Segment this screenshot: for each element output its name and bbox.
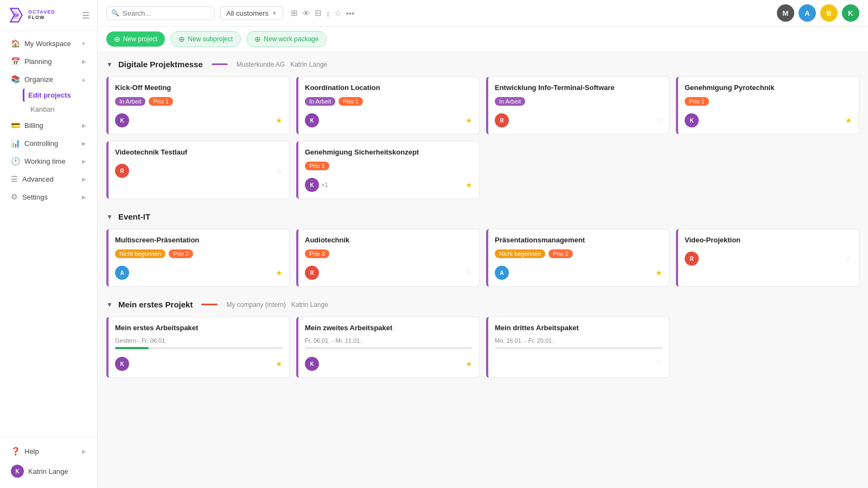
avatar: R <box>495 113 509 127</box>
billing-icon: 💳 <box>11 121 20 130</box>
search-input[interactable] <box>123 9 199 17</box>
card-avatar-group: K <box>115 113 129 127</box>
star-icon[interactable]: ★ <box>465 359 473 368</box>
more-icon[interactable]: ••• <box>346 9 354 18</box>
card-progress-bar <box>305 347 473 349</box>
star-icon[interactable]: ★ <box>845 116 852 125</box>
star-icon[interactable]: ☆ <box>465 268 473 277</box>
star-icon[interactable]: ☆ <box>655 357 662 365</box>
star-toolbar-icon[interactable]: ☆ <box>334 8 341 18</box>
project-card[interactable]: Mein drittes ArbeitspaketMo. 16.01. - Fr… <box>486 317 669 378</box>
project-card[interactable]: Kick-Off MeetingIn ArbeitPrio 1K★ <box>106 76 290 134</box>
project-card[interactable]: Genehmigung PyrotechnikPrio 1K★ <box>676 76 859 134</box>
sidebar-item-workingtime[interactable]: 🕐 Working time ▶ <box>3 152 94 170</box>
settings-icon: ⚙ <box>11 192 18 201</box>
plus-icon: ⊕ <box>114 35 120 43</box>
project-section-1: ▼Event-ITMultiscreen-PräsentationNicht b… <box>106 210 859 287</box>
card-badges: In Arbeit <box>495 97 662 106</box>
card-footer: A★ <box>115 266 283 280</box>
sidebar-item-editprojects[interactable]: Edit projects <box>23 88 94 102</box>
new-subproject-label: New subproject <box>188 35 233 43</box>
header-avatar-2[interactable]: A <box>799 4 816 22</box>
sidebar-label-myworkspace: My Workspace <box>24 40 71 48</box>
status-badge: In Arbeit <box>115 97 145 106</box>
hamburger-icon[interactable]: ☰ <box>82 10 90 21</box>
sidebar-item-help[interactable]: ❓ Help ▶ <box>3 442 94 460</box>
card-badges: In ArbeitPrio 1 <box>305 97 473 106</box>
sidebar-item-controlling[interactable]: 📊 Controlling ▶ <box>3 134 94 152</box>
header-avatar-3[interactable]: B <box>820 4 838 22</box>
sidebar-label-user: Katrin Lange <box>28 467 68 476</box>
header-avatar-1[interactable]: M <box>777 4 794 22</box>
card-extra-count: +1 <box>321 182 328 188</box>
card-footer: R☆ <box>685 252 852 266</box>
status-badge: In Arbeit <box>495 97 525 106</box>
star-icon[interactable]: ☆ <box>845 254 852 263</box>
project-card[interactable]: AudiotechnikPrio 3R☆ <box>296 229 480 287</box>
card-avatar-group: R <box>685 252 699 266</box>
sidebar-item-advanced[interactable]: ☰ Advanced ▶ <box>3 170 94 188</box>
project-card[interactable]: Videotechnik TestlaufR☆ <box>106 141 290 199</box>
card-footer: A★ <box>495 266 662 280</box>
collapse-arrow-icon[interactable]: ▼ <box>106 301 113 309</box>
project-card[interactable]: Mein erstes ArbeitspaketGestern - Fr. 06… <box>106 317 290 378</box>
content-area: ▼Digitale ProjektmesseMusterkunde AGKatr… <box>98 52 868 488</box>
sidebar-item-myworkspace[interactable]: 🏠 My Workspace ▼ <box>3 35 94 52</box>
card-title: Videotechnik Testlauf <box>115 148 283 156</box>
home-icon: 🏠 <box>11 39 20 48</box>
card-avatar-group: A <box>495 266 509 280</box>
status-badge: Prio 1 <box>305 162 329 170</box>
sidebar-item-settings[interactable]: ⚙ Settings ▶ <box>3 188 94 206</box>
avatar: K <box>305 357 319 371</box>
star-icon[interactable]: ☆ <box>276 166 283 175</box>
logo-area: OF OCTAVED FLOW ☰ <box>0 0 97 31</box>
status-badge: Prio 1 <box>149 97 173 106</box>
sort-icon[interactable]: ↕ <box>326 9 330 18</box>
toolbar: 🔍 All customers ▼ ⊞ 👁 ⊟ ↕ ☆ ••• M A B K <box>98 0 868 27</box>
avatar: K <box>305 178 319 192</box>
new-project-button[interactable]: ⊕ New project <box>106 31 165 47</box>
card-date: Gestern - Fr. 06.01. <box>115 337 283 344</box>
card-footer: K★ <box>685 113 852 127</box>
planning-icon: 📅 <box>11 57 20 66</box>
sidebar-item-organize[interactable]: 📚 Organize ▲ <box>3 70 94 88</box>
star-icon[interactable]: ★ <box>465 116 473 125</box>
project-card[interactable]: Genehmigung SicherheitskonzeptPrio 1K+1★ <box>296 141 480 199</box>
eye-icon[interactable]: 👁 <box>302 9 310 18</box>
new-workpackage-button[interactable]: ⊕ New work package <box>246 31 327 47</box>
filter-icon[interactable]: ⊟ <box>315 8 322 18</box>
star-icon[interactable]: ★ <box>276 359 283 368</box>
star-icon[interactable]: ★ <box>276 116 283 125</box>
card-badges: Prio 3 <box>305 249 473 258</box>
collapse-arrow-icon[interactable]: ▼ <box>106 61 113 68</box>
cards-grid: Kick-Off MeetingIn ArbeitPrio 1K★Koordin… <box>106 76 859 199</box>
card-title: Multiscreen-Präsentation <box>115 236 283 244</box>
sidebar-item-user[interactable]: K Katrin Lange <box>3 460 94 482</box>
star-icon[interactable]: ★ <box>465 181 473 189</box>
status-badge: In Arbeit <box>305 97 335 106</box>
project-card[interactable]: Entwicklung Info-Terminal-SoftwareIn Arb… <box>486 76 669 134</box>
arrow-icon: ▼ <box>81 41 86 47</box>
new-subproject-button[interactable]: ⊕ New subproject <box>170 31 241 47</box>
project-card[interactable]: PräsentationsmanagementNicht begonnenPri… <box>486 229 669 287</box>
project-card[interactable]: Video-ProjektionR☆ <box>676 229 859 287</box>
list-icon[interactable]: ⊞ <box>291 8 298 18</box>
card-avatar-group: K <box>115 357 129 371</box>
star-icon[interactable]: ☆ <box>655 116 662 125</box>
project-card[interactable]: Koordination LocationIn ArbeitPrio 1K★ <box>296 76 480 134</box>
sidebar-item-billing[interactable]: 💳 Billing ▶ <box>3 117 94 134</box>
sidebar-nav: 🏠 My Workspace ▼ 📅 Planning ▶ 📚 Organize… <box>0 31 97 436</box>
main-area: 🔍 All customers ▼ ⊞ 👁 ⊟ ↕ ☆ ••• M A B K … <box>98 0 868 488</box>
project-card[interactable]: Multiscreen-PräsentationNicht begonnenPr… <box>106 229 290 287</box>
collapse-arrow-icon[interactable]: ▼ <box>106 213 113 221</box>
project-card[interactable]: Mein zweites ArbeitspaketFr. 06.01. - Mi… <box>296 317 480 378</box>
search-box[interactable]: 🔍 <box>106 7 215 20</box>
sidebar-item-planning[interactable]: 📅 Planning ▶ <box>3 53 94 70</box>
customer-select[interactable]: All customers ▼ <box>220 7 283 20</box>
sidebar-item-kanban[interactable]: Kanban <box>23 102 94 116</box>
project-header: ▼Mein erstes ProjektMy company (intern)K… <box>106 298 859 311</box>
star-icon[interactable]: ★ <box>655 268 662 277</box>
sidebar-label-planning: Planning <box>24 57 52 66</box>
star-icon[interactable]: ★ <box>276 268 283 277</box>
header-avatar-4[interactable]: K <box>842 4 859 22</box>
